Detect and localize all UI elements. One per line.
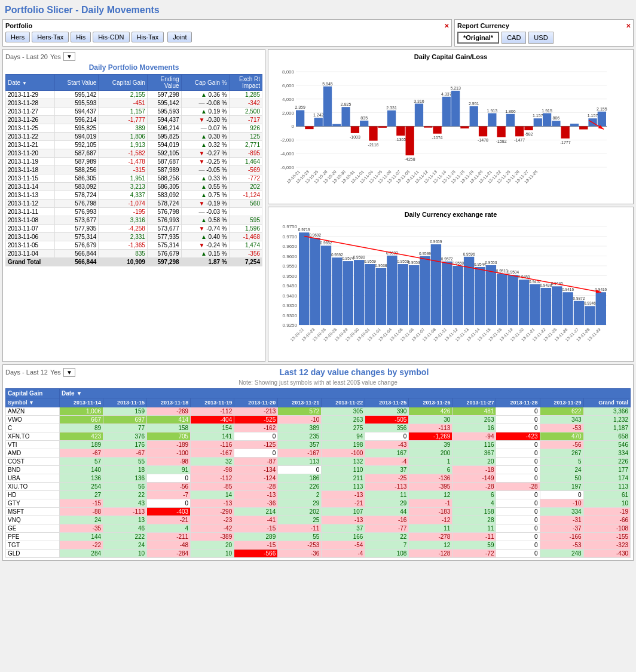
- svg-rect-77: [598, 112, 606, 127]
- daily-movements-title: Daily Portfolio Movements: [5, 63, 262, 72]
- cell-start: 595,142: [55, 91, 99, 99]
- portfolio-btn-joint[interactable]: Joint: [167, 32, 192, 42]
- cell-date: 2013-11-25: [6, 124, 55, 133]
- cell-date: 2013-11-29: [6, 91, 55, 99]
- table-row: 2013-11-27 594,437 1,157 595,593 ▲ 0.19 …: [6, 108, 262, 116]
- currency-btn-cad[interactable]: CAD: [502, 32, 526, 44]
- svg-rect-176: [552, 286, 562, 325]
- cell-symbol: MSFT: [6, 508, 60, 516]
- cell-gain: -4,258: [99, 225, 148, 233]
- list-item: GTY-15430-13-3629-2129-140-1010: [6, 499, 631, 508]
- currency-btn-usd[interactable]: USD: [528, 32, 553, 44]
- filter-dropdown[interactable]: ▼: [63, 52, 75, 61]
- portfolio-btn-his-cdn[interactable]: His-CDN: [93, 32, 129, 42]
- cell-pct: — 0.07 %: [181, 124, 229, 133]
- cell-value: 29: [365, 499, 409, 508]
- svg-text:0.9692: 0.9692: [309, 233, 321, 237]
- cell-ending: 597,298: [147, 91, 181, 99]
- svg-rect-73: [570, 124, 579, 126]
- table-row: 2013-11-20 587,687 -1,582 592,105 ▼ -0.2…: [6, 149, 262, 158]
- cell-ending: 596,214: [147, 124, 181, 133]
- cell-value: -124: [234, 474, 278, 483]
- cell-value: 5: [540, 458, 583, 466]
- svg-rect-71: [561, 126, 570, 138]
- cell-gain: 835: [99, 250, 148, 258]
- cell-value: -67: [103, 449, 147, 458]
- col-10: 2013-11-27: [452, 398, 496, 407]
- svg-text:0.9544: 0.9544: [474, 262, 486, 266]
- currency-close-icon[interactable]: ✕: [626, 23, 631, 29]
- cell-value: 267: [540, 449, 583, 458]
- svg-text:0.9580: 0.9580: [353, 255, 365, 259]
- cell-gain: -1,478: [99, 158, 148, 166]
- portfolio-close-icon[interactable]: ✕: [444, 23, 449, 29]
- cell-date: 2013-11-11: [6, 208, 55, 216]
- cell-value: -566: [234, 550, 278, 558]
- cell-value: 24: [540, 466, 583, 474]
- col-date[interactable]: Date ▼: [6, 75, 55, 91]
- cell-value: -66: [583, 516, 630, 524]
- cell-pct: ▲ 0.36 %: [181, 91, 229, 99]
- portfolio-btn-hers-tax[interactable]: Hers-Tax: [32, 32, 69, 42]
- svg-rect-51: [470, 106, 478, 127]
- cell-start: 594,019: [55, 133, 99, 141]
- col-2: 2013-11-15: [103, 398, 147, 407]
- cell-value: -211: [147, 533, 191, 541]
- cell-value: -53: [540, 541, 583, 550]
- col-13: Grand Total: [583, 398, 630, 407]
- cell-value: 6: [452, 491, 496, 499]
- cell-value: 30: [409, 416, 452, 424]
- capital-gain-svg: 8,0006,0004,0002,0000-2,000-4,000-6,0002…: [272, 63, 613, 200]
- cell-value: 113: [322, 483, 365, 491]
- svg-rect-164: [486, 265, 496, 325]
- cell-date: 2013-11-15: [6, 174, 55, 183]
- list-item: COST5755-9832-87113132-412005226: [6, 458, 631, 466]
- svg-rect-41: [415, 104, 423, 127]
- svg-rect-132: [310, 238, 320, 325]
- currency-btn-original[interactable]: *Original*: [457, 32, 499, 44]
- svg-rect-39: [406, 126, 414, 155]
- cell-pct: — -0.08 %: [181, 99, 229, 108]
- svg-rect-30: [360, 121, 368, 127]
- svg-text:2.825: 2.825: [341, 102, 351, 106]
- cell-value: 89: [60, 424, 103, 432]
- col-5: 2013-11-20: [234, 398, 278, 407]
- svg-rect-150: [409, 265, 419, 325]
- svg-text:2.359: 2.359: [295, 105, 305, 109]
- cell-symbol: AMZN: [6, 407, 60, 416]
- cell-value: 0: [496, 416, 540, 424]
- table-row: 2013-11-08 573,677 3,316 576,993 ▲ 0.58 …: [6, 216, 262, 225]
- cell-exch: 125: [229, 133, 262, 141]
- cell-value: 10: [103, 550, 147, 558]
- cell-value: 1,006: [60, 407, 103, 416]
- col-header-date[interactable]: Date ▼: [60, 389, 631, 398]
- cell-symbol: VNQ: [6, 516, 60, 524]
- cell-value: 0: [234, 432, 278, 441]
- cell-date: 2013-11-20: [6, 149, 55, 158]
- svg-text:0.9550: 0.9550: [283, 263, 298, 269]
- svg-rect-140: [354, 260, 364, 325]
- svg-rect-152: [420, 256, 430, 325]
- portfolio-btn-his[interactable]: His: [71, 32, 91, 42]
- svg-text:-1582: -1582: [496, 139, 507, 143]
- cell-value: 22: [365, 533, 409, 541]
- svg-rect-154: [431, 244, 441, 325]
- svg-text:4.337: 4.337: [441, 92, 452, 96]
- currency-options: *Original* CAD USD: [457, 32, 631, 44]
- cell-symbol: XFN.TO: [6, 432, 60, 441]
- cell-exch: 1,474: [229, 241, 262, 250]
- portfolio-btn-hers[interactable]: Hers: [5, 32, 30, 42]
- cell-exch: 926: [229, 124, 262, 133]
- portfolio-btn-his-tax[interactable]: His-Tax: [132, 32, 164, 42]
- bottom-filter-dropdown[interactable]: ▼: [63, 368, 75, 377]
- cell-value: -167: [191, 449, 234, 458]
- cell-start: 588,256: [55, 166, 99, 174]
- cell-value: -189: [147, 441, 191, 449]
- svg-rect-182: [585, 306, 595, 325]
- svg-text:0.9559: 0.9559: [364, 259, 376, 263]
- svg-rect-146: [387, 256, 397, 325]
- svg-rect-130: [299, 232, 309, 325]
- col-0[interactable]: Symbol ▼: [6, 398, 60, 407]
- cell-value: 4: [147, 524, 191, 533]
- cell-value: 254: [60, 483, 103, 491]
